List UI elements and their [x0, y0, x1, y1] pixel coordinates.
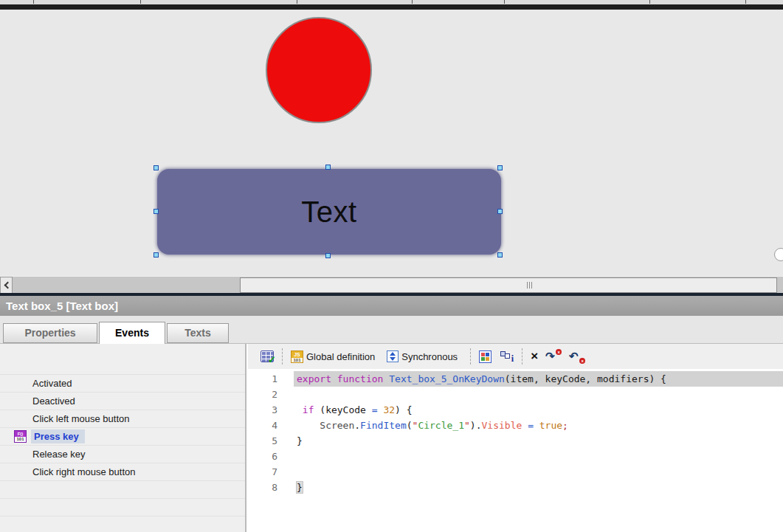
- previous-syntax-error-icon: ↶x: [569, 350, 585, 363]
- event-row-press-key[interactable]: F()101Press key: [0, 428, 245, 446]
- line-text[interactable]: [294, 464, 783, 480]
- screen-editor-window: Text Text box_5 [Text box] Properties Ev…: [0, 0, 783, 532]
- empty-event-row: [0, 481, 245, 499]
- canvas-top-border: [0, 4, 783, 10]
- line-number: 8: [248, 480, 294, 495]
- empty-event-row: [0, 499, 245, 517]
- code-line-1: 1export function Text_box_5_OnKeyDown(it…: [248, 371, 783, 387]
- scrollbar-grip-icon: [527, 282, 532, 289]
- code-line-3: 3 if (keyCode = 32) {: [248, 402, 783, 418]
- system-function-info-button[interactable]: i: [497, 347, 515, 366]
- pan-knob[interactable]: [774, 248, 783, 261]
- toolbar-separator: [282, 348, 283, 365]
- sync-mode-icon: [387, 350, 399, 362]
- line-number: 4: [248, 418, 294, 433]
- selection-handle[interactable]: [154, 209, 159, 214]
- empty-event-row: [0, 517, 245, 532]
- line-number: 7: [248, 464, 294, 480]
- line-number: 2: [248, 387, 294, 402]
- global-definition-button[interactable]: JS101 Global definition: [289, 347, 381, 366]
- selection-handle[interactable]: [497, 209, 503, 214]
- event-label: Activated: [32, 378, 72, 389]
- event-row-activated[interactable]: Activated: [0, 375, 245, 393]
- line-text[interactable]: }: [294, 433, 783, 449]
- event-row-click-right-mouse-button[interactable]: Click right mouse button: [0, 463, 245, 481]
- line-number: 5: [248, 433, 294, 449]
- selection-handle[interactable]: [325, 253, 331, 258]
- selection-handle[interactable]: [497, 252, 503, 258]
- event-label: Deactived: [32, 395, 75, 407]
- selection-handle[interactable]: [154, 165, 159, 170]
- check-syntax-icon: ✓: [261, 350, 274, 362]
- code-line-4: 4 Screen.FindItem("Circle_1").Visible = …: [248, 418, 783, 433]
- tab-texts[interactable]: Texts: [167, 323, 229, 343]
- horizontal-scrollbar[interactable]: [0, 276, 783, 293]
- tab-properties[interactable]: Properties: [3, 323, 97, 343]
- toolbar-separator: [470, 348, 471, 365]
- textbox-object[interactable]: Text: [157, 169, 501, 255]
- global-definition-label: Global definition: [306, 351, 375, 362]
- next-syntax-error-button[interactable]: ↷x: [544, 347, 563, 366]
- line-number: 1: [248, 371, 294, 387]
- previous-syntax-error-button[interactable]: ↶x: [568, 347, 587, 366]
- scroll-left-button[interactable]: [0, 277, 13, 294]
- event-label: Press key: [31, 429, 85, 443]
- line-text[interactable]: }: [294, 480, 783, 495]
- insert-snippet-grid-icon: [479, 350, 491, 363]
- line-number: 3: [248, 402, 294, 418]
- events-pane: ActivatedDeactivedClick left mouse butto…: [0, 344, 783, 532]
- line-text[interactable]: export function Text_box_5_OnKeyDown(ite…: [294, 371, 783, 387]
- line-number: 6: [248, 449, 294, 464]
- event-panel: ActivatedDeactivedClick left mouse butto…: [0, 344, 246, 532]
- code-line-2: 2: [248, 387, 783, 402]
- chevron-left-icon: [4, 282, 11, 289]
- delete-button[interactable]: ×: [529, 347, 539, 366]
- code-lines: 1export function Text_box_5_OnKeyDown(it…: [248, 369, 783, 495]
- synchronous-label: Synchronous: [401, 351, 458, 362]
- event-row-deactived[interactable]: Deactived: [0, 393, 245, 410]
- event-label: Click right mouse button: [32, 466, 135, 477]
- event-label: Release key: [32, 449, 86, 460]
- line-text[interactable]: [294, 449, 783, 464]
- code-editor[interactable]: 1export function Text_box_5_OnKeyDown(it…: [248, 369, 783, 532]
- system-function-info-icon: i: [499, 350, 514, 363]
- event-label: Click left mouse button: [32, 413, 130, 424]
- event-row-click-left-mouse-button[interactable]: Click left mouse button: [0, 410, 245, 428]
- tab-events[interactable]: Events: [99, 322, 165, 344]
- code-line-8: 8}: [248, 480, 783, 495]
- selection-handle[interactable]: [154, 252, 159, 258]
- event-row-release-key[interactable]: Release key: [0, 446, 245, 463]
- insert-snippet-button[interactable]: [477, 347, 493, 366]
- inspector-title: Text box_5 [Text box]: [0, 296, 783, 316]
- circle-object[interactable]: [266, 17, 372, 123]
- check-syntax-button[interactable]: ✓: [259, 347, 275, 366]
- line-text[interactable]: [294, 387, 783, 402]
- script-toolbar: ✓ JS101 Global definition Synchronous i …: [248, 344, 783, 369]
- selection-handle[interactable]: [325, 165, 331, 170]
- code-line-6: 6: [248, 449, 783, 464]
- screen-canvas[interactable]: Text: [0, 10, 783, 276]
- scrollbar-thumb[interactable]: [240, 277, 777, 293]
- js-global-definition-icon: JS101: [291, 350, 303, 363]
- code-line-5: 5}: [248, 433, 783, 449]
- toolbar-separator: [522, 348, 522, 365]
- textbox-label: Text: [301, 196, 356, 229]
- synchronous-button[interactable]: Synchronous: [385, 347, 463, 366]
- code-line-7: 7: [248, 464, 783, 480]
- next-syntax-error-icon: ↷x: [545, 350, 562, 363]
- selection-handle[interactable]: [497, 165, 503, 170]
- panel-separator: [246, 344, 246, 532]
- delete-icon: ×: [531, 350, 538, 362]
- line-text[interactable]: Screen.FindItem("Circle_1").Visible = tr…: [294, 418, 783, 433]
- event-function-icon: F()101: [14, 430, 27, 443]
- inspector-tabstrip: Properties Events Texts: [0, 316, 783, 344]
- line-text[interactable]: if (keyCode = 32) {: [294, 402, 783, 418]
- event-list: ActivatedDeactivedClick left mouse butto…: [0, 374, 245, 532]
